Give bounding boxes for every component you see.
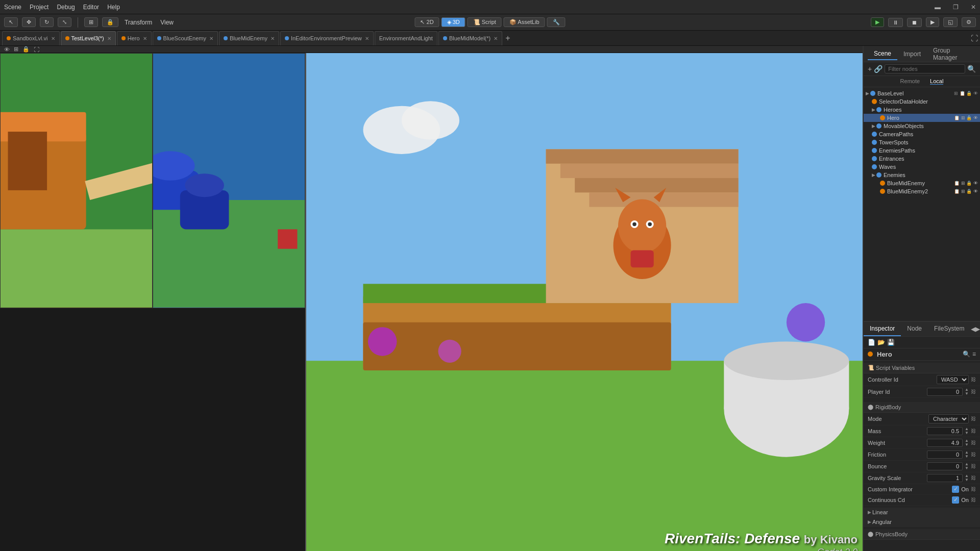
menu-scene[interactable]: Scene: [4, 4, 21, 11]
friction-input[interactable]: [927, 450, 963, 459]
inspector-node-settings-btn[interactable]: ≡: [972, 350, 976, 358]
panel-tab-import[interactable]: Import: [897, 48, 927, 60]
mode-select[interactable]: Character: [928, 414, 969, 423]
mode-3d[interactable]: ◈ 3D: [442, 17, 465, 27]
prop-down-btn[interactable]: ▼: [965, 392, 969, 396]
grid-btn[interactable]: ⊞: [14, 46, 18, 53]
tab-bluescoutenemy[interactable]: BlueScoutEnemy ✕: [153, 31, 218, 45]
tab-close[interactable]: ✕: [365, 36, 369, 41]
debug-scene-btn[interactable]: ◱: [943, 17, 958, 27]
weight-down-btn[interactable]: ▼: [965, 443, 969, 447]
section-header-script[interactable]: 📜 Script Variables: [864, 363, 980, 373]
gravity-scale-input[interactable]: [927, 474, 963, 482]
weight-input[interactable]: [927, 439, 963, 447]
toolbar-snap-btn[interactable]: 🔒: [102, 17, 118, 27]
tab-testlevel3[interactable]: TestLevel3(*) ✕: [61, 31, 116, 45]
tab-close[interactable]: ✕: [143, 36, 147, 41]
mass-input[interactable]: [927, 427, 963, 435]
prop-link-btn[interactable]: ⛓: [971, 416, 976, 421]
section-header-rigidbody[interactable]: ⬤ RigidBody: [864, 402, 980, 413]
tab-envlight[interactable]: EnvironmentAndLight: [375, 31, 437, 45]
debug-play-btn[interactable]: ▶: [926, 17, 939, 27]
inspector-tab-filesystem[interactable]: FileSystem: [928, 322, 970, 336]
window-close[interactable]: ✕: [971, 4, 976, 11]
controller-id-select[interactable]: WASD: [937, 375, 969, 384]
settings-btn[interactable]: ⚙: [962, 17, 976, 27]
menu-editor[interactable]: Editor: [83, 4, 99, 11]
tree-item-towerspots[interactable]: TowerSpots: [864, 138, 980, 146]
tree-item-selectordataholder[interactable]: SelectorDataHolder: [864, 97, 980, 106]
gravity-down-btn[interactable]: ▼: [965, 478, 969, 482]
tab-close[interactable]: ✕: [51, 36, 55, 41]
tab-hero[interactable]: Hero ✕: [117, 31, 152, 45]
viewport-main[interactable]: RivenTails: Defense by Kivano Godot 3.0: [306, 53, 863, 551]
window-restore[interactable]: ❐: [953, 4, 959, 11]
continuous-cd-checkbox[interactable]: ✓ On: [952, 496, 969, 504]
inspector-next-btn[interactable]: ▶: [975, 322, 980, 336]
menu-project[interactable]: Project: [30, 4, 48, 11]
pause-btn[interactable]: ⏸: [888, 18, 903, 27]
tab-bluemidenemy[interactable]: BlueMidEnemy ✕: [219, 31, 279, 45]
tree-item-entrances[interactable]: Entrances: [864, 155, 980, 163]
mode-extra[interactable]: 🔧: [547, 17, 566, 27]
tab-bluemidmodel[interactable]: BlueMidModel(*) ✕: [438, 31, 502, 45]
tree-item-bluemidenemy2[interactable]: BlueMidEnemy2 📋 ⊞ 🔒 👁: [864, 187, 980, 195]
mass-down-btn[interactable]: ▼: [965, 431, 969, 435]
local-tab[interactable]: Local: [930, 78, 943, 85]
bounce-input[interactable]: [927, 462, 963, 470]
tree-item-enemiespaths[interactable]: EnemiesPaths: [864, 146, 980, 155]
inspector-prev-btn[interactable]: ◀: [971, 322, 975, 336]
tab-close[interactable]: ✕: [271, 36, 275, 41]
mode-script[interactable]: 📜 Script: [468, 17, 502, 27]
prop-link-btn[interactable]: ⛓: [971, 452, 976, 457]
menu-debug[interactable]: Debug: [57, 4, 75, 11]
section-linear[interactable]: ▶ Linear: [864, 508, 980, 517]
maximize-viewport-btn[interactable]: ⛶: [971, 34, 978, 42]
add-tab-btn[interactable]: +: [505, 34, 510, 43]
prop-link-btn[interactable]: ⛓: [971, 428, 976, 434]
bounce-down-btn[interactable]: ▼: [965, 466, 969, 470]
filter-nodes-input[interactable]: [885, 64, 965, 73]
lock-btn[interactable]: 🔒: [22, 46, 30, 53]
tree-item-bluemidenemy[interactable]: BlueMidEnemy 📋 ⊞ 🔒 👁: [864, 179, 980, 187]
player-id-input[interactable]: [927, 388, 963, 396]
prop-link-btn[interactable]: ⛓: [971, 463, 976, 469]
toolbar-local-btn[interactable]: ⊞: [84, 17, 98, 27]
toolbar-scale-btn[interactable]: ⤡: [58, 17, 71, 27]
add-node-btn[interactable]: +: [868, 65, 872, 73]
panel-tab-groupmgr[interactable]: Group Manager: [927, 46, 976, 63]
tree-item-enemies[interactable]: ▶ Enemies: [864, 171, 980, 179]
prop-link-btn[interactable]: ⛓: [971, 440, 976, 445]
tree-item-movableobjects[interactable]: ▶ MovableObjects: [864, 122, 980, 130]
tab-close[interactable]: ✕: [107, 36, 111, 41]
section-physics-body[interactable]: ⬤ PhysicsBody: [864, 529, 980, 540]
toolbar-rotate-btn[interactable]: ↻: [40, 17, 54, 27]
panel-tab-scene[interactable]: Scene: [868, 48, 897, 60]
prop-link-btn[interactable]: ⛓: [971, 497, 976, 503]
tab-ineditorenv[interactable]: InEditorEnvironmentPreview ✕: [280, 31, 374, 45]
window-minimize[interactable]: ▬: [935, 4, 941, 11]
inspector-tab-inspector[interactable]: Inspector: [864, 322, 901, 336]
viewport-topleft[interactable]: [0, 53, 153, 308]
remote-tab[interactable]: Remote: [900, 78, 920, 85]
inspector-new-btn[interactable]: 📄: [868, 339, 875, 346]
tree-item-hero[interactable]: Hero 📋 ⊞ 🔒 👁: [864, 114, 980, 122]
menu-help[interactable]: Help: [107, 4, 120, 11]
mode-2d[interactable]: ↖ 2D: [414, 17, 439, 27]
link-btn[interactable]: 🔗: [874, 65, 883, 73]
toolbar-scene-btn[interactable]: ↖: [4, 17, 18, 27]
prop-link-btn[interactable]: ⛓: [971, 475, 976, 481]
inspector-save-btn[interactable]: 💾: [887, 339, 895, 346]
tree-item-camerapaths[interactable]: CameraPaths: [864, 130, 980, 138]
viewport-bottomleft[interactable]: [153, 53, 305, 308]
tree-item-waves[interactable]: Waves: [864, 163, 980, 171]
play-btn[interactable]: ▶: [871, 17, 884, 27]
prop-link-btn[interactable]: ⛓: [971, 377, 976, 382]
tree-item-baselevel[interactable]: ▶ BaseLevel ⊞ 📋 🔒 👁: [864, 89, 980, 97]
tab-sandboxlvl[interactable]: SandboxLvl.vi ✕: [2, 31, 60, 45]
friction-down-btn[interactable]: ▼: [965, 455, 969, 459]
custom-integrator-checkbox[interactable]: ✓ On: [952, 486, 969, 493]
prop-link-btn[interactable]: ⛓: [971, 486, 976, 492]
inspector-open-btn[interactable]: 📂: [877, 339, 885, 346]
stop-btn[interactable]: ⏹: [907, 18, 922, 27]
